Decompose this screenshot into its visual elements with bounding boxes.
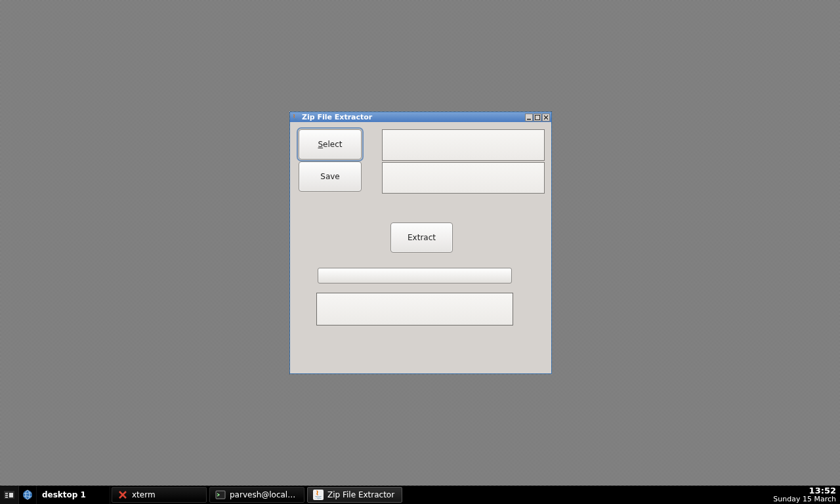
- desktop-switcher-label: desktop 1: [42, 490, 86, 499]
- titlebar[interactable]: Zip File Extractor: [290, 112, 551, 122]
- output-path-field[interactable]: [382, 162, 545, 194]
- client-area: Select Save Extract: [290, 122, 551, 373]
- taskbar-clock[interactable]: 13:52 Sunday 15 March: [769, 486, 840, 504]
- task-terminal[interactable]: parvesh@localho...: [209, 487, 304, 503]
- svg-rect-3: [5, 493, 8, 494]
- xterm-icon: [117, 490, 128, 500]
- input-path-field[interactable]: [382, 129, 545, 161]
- save-button[interactable]: Save: [299, 161, 362, 192]
- web-browser-launcher[interactable]: [19, 486, 37, 504]
- task-xterm[interactable]: xterm: [112, 487, 207, 503]
- window-title: Zip File Extractor: [302, 113, 525, 121]
- clock-time: 13:52: [809, 486, 836, 495]
- select-button-label: Select: [318, 140, 342, 149]
- svg-point-7: [23, 490, 32, 499]
- terminal-icon: [215, 490, 226, 500]
- minimize-button[interactable]: [525, 114, 533, 121]
- svg-rect-10: [313, 490, 324, 500]
- java-icon: [291, 114, 299, 121]
- taskbar-left: desktop 1 xterm parvesh@localho...: [0, 486, 404, 504]
- svg-rect-4: [5, 495, 8, 496]
- svg-rect-9: [216, 491, 225, 499]
- app-window: Zip File Extractor Select Save: [289, 112, 552, 374]
- task-zip-extractor[interactable]: Zip File Extractor: [307, 487, 402, 503]
- svg-rect-6: [9, 493, 13, 497]
- task-label: parvesh@localho...: [230, 490, 299, 499]
- desktop-switcher[interactable]: desktop 1: [37, 486, 110, 504]
- globe-icon: [22, 490, 33, 500]
- task-label: Zip File Extractor: [327, 490, 396, 499]
- task-label: xterm: [132, 490, 201, 499]
- maximize-button[interactable]: [534, 114, 541, 121]
- taskbar: desktop 1 xterm parvesh@localho...: [0, 486, 840, 504]
- java-icon: [313, 490, 324, 500]
- launcher-icon: [4, 491, 14, 499]
- launcher-button[interactable]: [0, 486, 19, 504]
- extract-button[interactable]: Extract: [390, 222, 453, 253]
- svg-rect-0: [527, 119, 531, 120]
- window-controls: [525, 114, 550, 121]
- status-field[interactable]: [316, 293, 513, 326]
- select-button[interactable]: Select: [299, 129, 362, 159]
- svg-rect-1: [536, 115, 540, 119]
- clock-date: Sunday 15 March: [773, 495, 836, 503]
- extract-button-label: Extract: [408, 233, 436, 242]
- save-button-label: Save: [320, 172, 339, 181]
- progress-bar: [318, 268, 512, 284]
- svg-rect-5: [5, 497, 8, 498]
- close-button[interactable]: [542, 114, 550, 121]
